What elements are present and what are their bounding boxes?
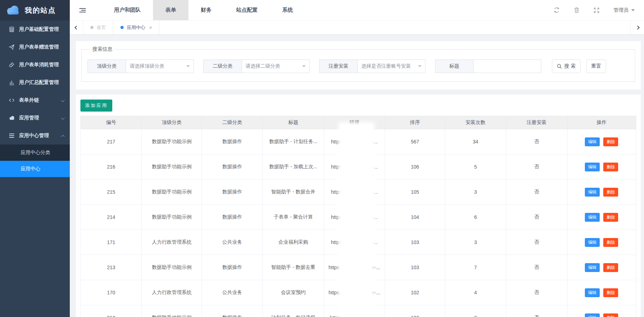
sidebar-item-label: 应用中心管理 [19, 132, 49, 139]
topnav-finance[interactable]: 财务 [188, 0, 224, 20]
delete-button[interactable]: 删除 [603, 288, 618, 297]
title-field: 标题 [435, 60, 541, 73]
edit-button[interactable]: 编辑 [585, 137, 600, 146]
delete-button[interactable]: 删除 [603, 213, 618, 222]
sidebar-filler [0, 177, 70, 317]
sidebar-item-user-base-config[interactable]: 用户基础配置管理 [0, 21, 70, 38]
sidebar-item-app-management[interactable]: 应用管理 [0, 109, 70, 127]
cell-sort: 105 [385, 180, 445, 205]
tags-scroll-right[interactable] [631, 21, 644, 34]
tags-scroll-left[interactable] [70, 21, 83, 34]
close-icon[interactable]: × [149, 25, 152, 30]
cell-registered: 否 [506, 305, 567, 317]
cell-actions: 编辑删除 [567, 255, 636, 280]
edit-button[interactable]: 编辑 [585, 188, 600, 197]
cell-id: 216 [81, 154, 142, 180]
delete-button[interactable]: 删除 [603, 137, 618, 146]
top-header: 用户和团队 表单 财务 站点配置 系统 [70, 0, 644, 21]
sidebar-item-form-external-link[interactable]: 表单外链 [0, 91, 70, 109]
refresh-icon[interactable] [554, 7, 560, 13]
collapse-sidebar-icon[interactable] [79, 7, 86, 13]
column-header: 顶级分类 [142, 116, 202, 129]
fullscreen-icon[interactable] [594, 7, 599, 13]
cell-install-count: 5 [445, 154, 506, 180]
chevron-up-icon [62, 133, 64, 138]
sidebar-item-label: 用户基础配置管理 [19, 26, 59, 33]
add-app-button[interactable]: 添加应用 [80, 100, 112, 112]
sidebar-item-summary-config[interactable]: 用户汇总配置管理 [0, 74, 70, 91]
cell-id: 171 [81, 230, 142, 255]
register-install-select[interactable]: 选择是否注册账号安装 [357, 60, 425, 73]
cell-title: 智能助手 - 数据去重 [263, 255, 324, 280]
column-header: 注册安装 [506, 116, 567, 129]
topnav-users-teams[interactable]: 用户和团队 [102, 0, 153, 20]
cell-registered: 否 [506, 255, 567, 280]
edit-button[interactable]: 编辑 [585, 288, 600, 297]
register-install-field: 注册安装 选择是否注册账号安装 [319, 60, 425, 73]
header-actions: 管理员 [554, 7, 635, 13]
page-content: 搜索信息 顶级分类 请选择顶级分类 二级分类 请选择二级分类 [70, 35, 644, 317]
sidebar-item-app-center-category[interactable]: 应用中心分类 [0, 145, 70, 161]
cell-id: 217 [81, 129, 142, 154]
app-center-submenu: 应用中心分类 应用中心 [0, 145, 70, 177]
edit-button[interactable]: 编辑 [585, 163, 600, 171]
edit-button[interactable]: 编辑 [585, 213, 600, 222]
user-menu[interactable]: 管理员 [614, 7, 635, 13]
sidebar-item-form-gift[interactable]: 用户表单赠送管理 [0, 38, 70, 56]
top-category-select[interactable]: 请选择顶级分类 [126, 60, 194, 73]
cell-id: 215 [81, 180, 142, 205]
field-label: 顶级分类 [87, 60, 126, 73]
tag-app-center[interactable]: 应用中心 × [113, 21, 159, 34]
cell-install-count: 3 [445, 230, 506, 255]
top-category-field: 顶级分类 请选择顶级分类 [87, 60, 194, 73]
cell-title: 企业福利采购 [263, 230, 324, 255]
cell-install-count: 34 [445, 129, 506, 154]
cell-registered: 否 [506, 230, 567, 255]
reset-button[interactable]: 重置 [586, 60, 606, 73]
sub-category-field: 二级分类 请选择二级分类 [203, 60, 310, 73]
tag-dot-icon [90, 26, 94, 29]
delete-button[interactable]: 删除 [603, 238, 618, 247]
main-column: 用户和团队 表单 财务 站点配置 系统 [70, 0, 644, 317]
edit-button[interactable]: 编辑 [585, 238, 600, 247]
chevron-down-icon [418, 65, 422, 67]
delete-button[interactable]: 删除 [603, 263, 618, 272]
search-card: 搜索信息 顶级分类 请选择顶级分类 二级分类 请选择二级分类 [76, 41, 641, 90]
column-header: 排序 [385, 116, 445, 129]
delete-button[interactable]: 删除 [603, 163, 618, 171]
cell-title: 智能助手 - 数据合并 [263, 180, 324, 205]
trash-icon[interactable] [574, 7, 580, 13]
apps-table: 编号顶级分类二级分类标题链接排序安装次数注册安装操作 217数据助手功能示例数据… [80, 116, 636, 317]
eraser-icon [9, 62, 15, 68]
topnav-site-config[interactable]: 站点配置 [224, 0, 270, 20]
bar-chart-icon [9, 80, 15, 85]
sidebar-item-form-consume[interactable]: 用户表单消耗管理 [0, 56, 70, 74]
edit-button[interactable]: 编辑 [585, 263, 600, 272]
sidebar-item-label: 应用管理 [19, 115, 39, 121]
cell-sort: 104 [385, 205, 445, 230]
title-input[interactable] [473, 60, 541, 73]
tag-home[interactable]: 首页 [83, 21, 113, 34]
table-body: 217数据助手功能示例数据操作数据助手 - 计划任务...https://ne-… [81, 129, 636, 317]
column-header: 操作 [567, 116, 636, 129]
table-row: 212数据助手功能示例数据操作计划任务 - 发起流程https:nline-..… [81, 305, 636, 317]
column-header: 安装次数 [445, 116, 506, 129]
cell-actions: 编辑删除 [567, 154, 636, 180]
chevron-down-icon [302, 65, 306, 67]
topnav-forms[interactable]: 表单 [153, 0, 188, 20]
column-header: 二级分类 [202, 116, 262, 129]
cell-id: 213 [81, 255, 142, 280]
column-header: 编号 [81, 116, 142, 129]
sidebar-item-app-center-management[interactable]: 应用中心管理 [0, 127, 70, 145]
cell-actions: 编辑删除 [567, 305, 636, 317]
sidebar-item-app-center[interactable]: 应用中心 [0, 161, 70, 177]
cell-top-category: 人力行政管理系统 [142, 230, 202, 255]
sidebar-item-label: 用户表单赠送管理 [19, 44, 59, 50]
delete-button[interactable]: 删除 [603, 188, 618, 197]
sub-category-select[interactable]: 请选择二级分类 [242, 60, 310, 73]
edit-button[interactable]: 编辑 [585, 313, 600, 317]
topnav-system[interactable]: 系统 [270, 0, 305, 20]
cell-actions: 编辑删除 [567, 129, 636, 154]
delete-button[interactable]: 删除 [603, 313, 618, 317]
search-button[interactable]: 搜 索 [552, 60, 581, 73]
